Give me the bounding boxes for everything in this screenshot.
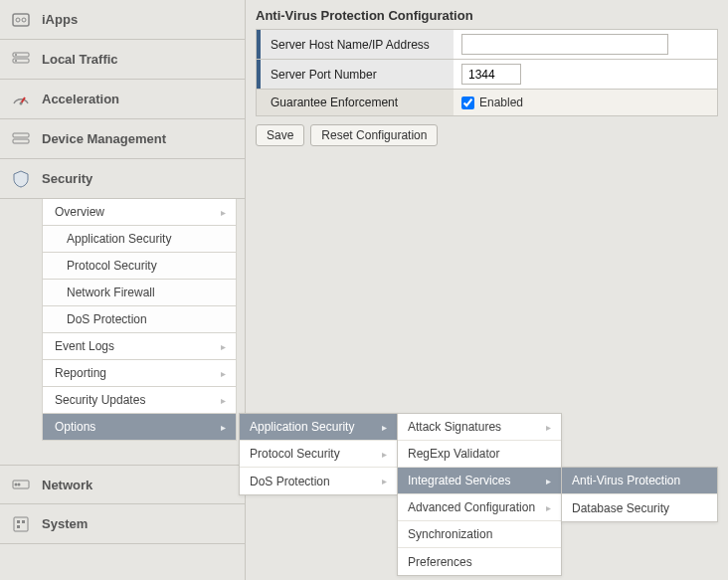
config-form: Server Host Name/IP Address Server Port … <box>256 29 718 116</box>
chevron-right-icon: ▸ <box>382 449 387 460</box>
enabled-checkbox[interactable] <box>461 97 474 109</box>
flyout-label: Protocol Security <box>250 447 340 461</box>
chevron-right-icon: ▸ <box>221 341 226 352</box>
flyout-dos-protection[interactable]: DoS Protection ▸ <box>240 468 397 494</box>
flyout-label: Anti-Virus Protection <box>572 474 680 487</box>
chevron-right-icon: ▸ <box>382 422 387 433</box>
svg-point-5 <box>15 54 17 56</box>
nav-label: Network <box>42 478 92 492</box>
submenu-network-firewall[interactable]: Network Firewall <box>43 280 236 306</box>
flyout-label: Database Security <box>572 501 669 515</box>
save-button[interactable]: Save <box>256 124 304 146</box>
device-management-icon <box>10 128 32 150</box>
flyout-database-security[interactable]: Database Security <box>562 494 717 521</box>
flyout-preferences[interactable]: Preferences <box>398 548 561 575</box>
flyout-attack-signatures[interactable]: Attack Signatures ▸ <box>398 414 561 441</box>
submenu-label: Security Updates <box>55 393 145 407</box>
enabled-label: Enabled <box>479 96 523 109</box>
svg-rect-9 <box>13 133 29 137</box>
appsec-flyout: Attack Signatures ▸ RegExp Validator Int… <box>397 413 562 576</box>
submenu-protocol-security[interactable]: Protocol Security <box>43 253 236 280</box>
flyout-label: Synchronization <box>408 527 492 541</box>
flyout-regexp-validator[interactable]: RegExp Validator <box>398 441 561 468</box>
submenu-label: Reporting <box>55 366 106 380</box>
chevron-right-icon: ▸ <box>382 476 387 486</box>
nav-label: Local Traffic <box>42 52 118 67</box>
flyout-label: Advanced Configuration <box>408 500 535 514</box>
submenu-label: Network Firewall <box>67 286 155 299</box>
flyout-label: Application Security <box>250 420 354 434</box>
svg-point-8 <box>20 101 23 104</box>
submenu-dos-protection[interactable]: DoS Protection <box>43 306 236 333</box>
submenu-overview[interactable]: Overview ▸ <box>43 199 236 226</box>
security-submenu: Overview ▸ Application Security Protocol… <box>42 199 237 441</box>
submenu-label: Options <box>55 420 95 434</box>
nav-iapps[interactable]: iApps <box>0 0 245 40</box>
submenu-label: DoS Protection <box>67 312 147 326</box>
chevron-right-icon: ▸ <box>221 395 226 406</box>
svg-point-1 <box>16 18 20 22</box>
flyout-anti-virus[interactable]: Anti-Virus Protection <box>562 468 717 494</box>
flyout-label: Preferences <box>408 555 472 569</box>
sidebar: iApps Local Traffic Acceleration Device … <box>0 0 246 580</box>
chevron-right-icon: ▸ <box>546 476 551 486</box>
submenu-reporting[interactable]: Reporting ▸ <box>43 360 236 387</box>
shield-icon <box>10 168 32 190</box>
svg-rect-14 <box>14 517 28 531</box>
chevron-right-icon: ▸ <box>221 207 226 218</box>
local-traffic-icon <box>10 49 32 71</box>
nav-label: iApps <box>42 12 78 27</box>
nav-system[interactable]: System <box>0 504 245 544</box>
nav-security[interactable]: Security <box>0 159 245 199</box>
flyout-label: RegExp Validator <box>408 447 500 461</box>
chevron-right-icon: ▸ <box>221 368 226 379</box>
submenu-label: Overview <box>55 205 104 219</box>
nav-acceleration[interactable]: Acceleration <box>0 80 245 119</box>
submenu-app-security[interactable]: Application Security <box>43 226 236 253</box>
submenu-event-logs[interactable]: Event Logs ▸ <box>43 333 236 360</box>
svg-point-2 <box>22 18 26 22</box>
submenu-options[interactable]: Options ▸ <box>43 414 236 441</box>
host-label: Server Host Name/IP Address <box>257 30 454 59</box>
flyout-protocol-security[interactable]: Protocol Security ▸ <box>240 441 397 468</box>
system-icon <box>10 513 32 535</box>
nav-label: Acceleration <box>42 92 119 106</box>
flyout-label: DoS Protection <box>250 475 330 488</box>
iapps-icon <box>10 9 32 31</box>
submenu-label: Application Security <box>67 232 171 246</box>
acceleration-icon <box>10 89 32 110</box>
port-label: Server Port Number <box>257 60 454 89</box>
chevron-right-icon: ▸ <box>546 422 551 433</box>
submenu-security-updates[interactable]: Security Updates ▸ <box>43 387 236 414</box>
svg-rect-16 <box>22 520 25 523</box>
flyout-integrated-services[interactable]: Integrated Services ▸ <box>398 468 561 494</box>
svg-rect-15 <box>17 520 20 523</box>
flyout-app-security[interactable]: Application Security ▸ <box>240 414 397 441</box>
page-title: Anti-Virus Protection Configuration <box>256 8 718 23</box>
chevron-right-icon: ▸ <box>546 502 551 513</box>
nav-label: Security <box>42 171 92 186</box>
reset-button[interactable]: Reset Configuration <box>310 124 438 146</box>
nav-local-traffic[interactable]: Local Traffic <box>0 40 245 80</box>
svg-rect-17 <box>17 525 20 528</box>
port-input[interactable] <box>461 64 521 85</box>
nav-label: System <box>42 516 88 531</box>
intsvc-flyout: Anti-Virus Protection Database Security <box>561 467 718 522</box>
flyout-synchronization[interactable]: Synchronization <box>398 521 561 548</box>
submenu-label: Event Logs <box>55 339 114 353</box>
network-icon <box>10 474 32 495</box>
svg-point-6 <box>15 60 17 62</box>
flyout-label: Attack Signatures <box>408 420 501 434</box>
options-flyout: Application Security ▸ Protocol Security… <box>239 413 398 495</box>
flyout-label: Integrated Services <box>408 474 510 487</box>
guarantee-label: Guarantee Enforcement <box>257 90 454 115</box>
svg-rect-10 <box>13 139 29 143</box>
flyout-advanced-config[interactable]: Advanced Configuration ▸ <box>398 494 561 521</box>
svg-rect-0 <box>13 14 29 26</box>
nav-network[interactable]: Network <box>0 465 245 504</box>
chevron-right-icon: ▸ <box>221 422 226 433</box>
submenu-label: Protocol Security <box>67 259 157 273</box>
nav-device-management[interactable]: Device Management <box>0 119 245 159</box>
host-input[interactable] <box>461 34 668 55</box>
nav-label: Device Management <box>42 131 166 146</box>
